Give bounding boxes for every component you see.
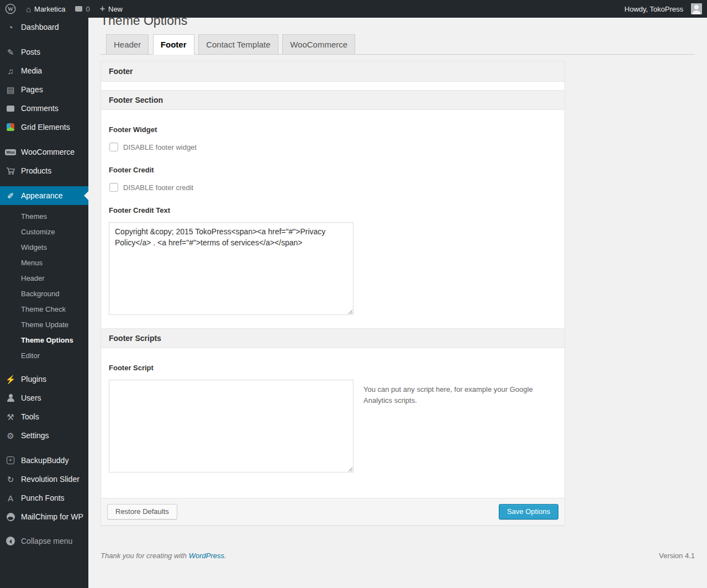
grid-elements-icon <box>4 122 17 133</box>
submenu-item-theme-check[interactable]: Theme Check <box>0 301 88 317</box>
submenu-item-widgets[interactable]: Widgets <box>0 239 88 255</box>
avatar <box>691 3 702 14</box>
dashboard-icon: ◔ <box>4 22 17 33</box>
footer-credit-text-textarea[interactable]: Copyright &copy; 2015 TokoPress<span><a … <box>109 222 354 315</box>
submenu-item-menus[interactable]: Menus <box>0 255 88 270</box>
sidebar-item-plugins[interactable]: ⚡ Plugins <box>0 370 88 389</box>
settings-sliders-icon: ⚙ <box>4 430 17 441</box>
mailchimp-monkey-icon <box>4 511 17 522</box>
sidebar-item-products[interactable]: Products <box>0 161 88 180</box>
sidebar-item-dashboard[interactable]: ◔ Dashboard <box>0 18 88 36</box>
footer-thanks: Thank you for creating with WordPress. <box>101 552 226 560</box>
sidebar-item-label: Settings <box>21 431 49 440</box>
admin-bar: W ⌂ Marketica 0 + New Howdy, TokoPress <box>0 0 707 18</box>
sidebar-item-label: Punch Fonts <box>21 494 65 502</box>
thanks-suffix: . <box>224 552 226 560</box>
sidebar-item-grid-elements[interactable]: Grid Elements <box>0 118 88 136</box>
disable-footer-credit-checkbox[interactable] <box>109 183 118 192</box>
sidebar-item-punch-fonts[interactable]: A Punch Fonts <box>0 489 88 507</box>
wordpress-link[interactable]: WordPress <box>189 552 224 560</box>
save-options-button[interactable]: Save Options <box>499 504 558 519</box>
collapse-menu-button[interactable]: Collapse menu <box>0 532 88 550</box>
pages-icon: ▤ <box>4 84 17 95</box>
footer-section-header: Footer Section <box>101 90 564 110</box>
sidebar-item-comments[interactable]: Comments <box>0 99 88 118</box>
panel-gap <box>101 82 564 90</box>
sidebar-item-media[interactable]: ♫ Media <box>0 61 88 80</box>
tab-footer[interactable]: Footer <box>153 34 194 55</box>
footer-credit-checkbox-row: DISABLE footer credit <box>109 183 557 192</box>
version-text: Version 4.1 <box>659 552 695 560</box>
comments-icon <box>4 103 17 114</box>
disable-footer-widget-label: DISABLE footer widget <box>123 143 197 151</box>
sidebar-item-users[interactable]: Users <box>0 389 88 407</box>
sidebar-item-pages[interactable]: ▤ Pages <box>0 80 88 99</box>
disable-footer-credit-label: DISABLE footer credit <box>123 183 193 192</box>
panel-action-bar: Restore Defaults Save Options <box>101 498 564 525</box>
sidebar-item-tools[interactable]: ⚒ Tools <box>0 407 88 426</box>
sidebar-item-label: Media <box>21 66 42 75</box>
sidebar-item-label: Users <box>21 393 41 402</box>
sidebar-item-settings[interactable]: ⚙ Settings <box>0 426 88 445</box>
woocommerce-icon: Woo <box>4 146 17 158</box>
submenu-item-themes[interactable]: Themes <box>0 208 88 224</box>
sidebar-item-label: WooCommerce <box>21 148 75 156</box>
home-icon: ⌂ <box>26 5 31 13</box>
restore-defaults-button[interactable]: Restore Defaults <box>107 504 177 519</box>
my-account-menu[interactable]: Howdy, TokoPress <box>620 0 707 18</box>
footer-section-fields: Footer Widget DISABLE footer widget Foot… <box>101 110 564 328</box>
admin-footer: Thank you for creating with WordPress. V… <box>101 552 695 560</box>
pushpin-icon: ✎ <box>4 46 17 57</box>
tab-contact-template[interactable]: Contact Template <box>198 34 278 55</box>
submenu-item-background[interactable]: Background <box>0 286 88 301</box>
sidebar-item-label: Plugins <box>21 375 46 384</box>
submenu-item-header[interactable]: Header <box>0 270 88 286</box>
sidebar-item-revolution-slider[interactable]: ↻ Revolution Slider <box>0 470 88 489</box>
footer-scripts-fields: Footer Script You can put any script her… <box>101 348 564 498</box>
comments-count: 0 <box>86 5 89 13</box>
comments-adminbar-link[interactable]: 0 <box>70 0 94 18</box>
sidebar-item-label: Pages <box>21 85 43 94</box>
new-content-menu[interactable]: + New <box>95 0 128 18</box>
new-label: New <box>108 5 123 13</box>
sidebar-item-label: Comments <box>21 104 59 113</box>
refresh-arrows-icon: ↻ <box>4 474 17 485</box>
sidebar-item-appearance[interactable]: ✐ Appearance <box>0 186 88 205</box>
collapse-arrow-icon <box>4 536 17 547</box>
sidebar-item-woocommerce[interactable]: Woo WooCommerce <box>0 143 88 161</box>
media-icon: ♫ <box>4 65 17 76</box>
admin-sidebar: ◔ Dashboard ✎ Posts ♫ Media ▤ Pages Comm… <box>0 18 88 588</box>
submenu-item-theme-update[interactable]: Theme Update <box>0 317 88 332</box>
sidebar-item-label: BackupBuddy <box>21 456 68 465</box>
comment-bubble-icon <box>75 6 82 12</box>
footer-credit-label: Footer Credit <box>109 166 557 174</box>
main-content: Theme Options Header Footer Contact Temp… <box>88 0 707 560</box>
disable-footer-widget-checkbox[interactable] <box>109 143 118 151</box>
site-name: Marketica <box>34 5 65 13</box>
site-name-link[interactable]: ⌂ Marketica <box>21 0 70 18</box>
sidebar-item-label: Appearance <box>21 191 63 200</box>
tab-bar: Header Footer Contact Template WooCommer… <box>101 34 695 55</box>
sidebar-item-backupbuddy[interactable]: + BackupBuddy <box>0 451 88 470</box>
appearance-submenu: Themes Customize Widgets Menus Header Ba… <box>0 205 88 370</box>
footer-widget-label: Footer Widget <box>109 125 557 134</box>
submenu-item-theme-options[interactable]: Theme Options <box>0 332 88 348</box>
footer-scripts-header: Footer Scripts <box>101 328 564 348</box>
thanks-prefix: Thank you for creating with <box>101 552 189 560</box>
tab-woocommerce[interactable]: WooCommerce <box>282 34 355 55</box>
footer-script-textarea[interactable] <box>109 380 354 473</box>
sidebar-item-mailchimp[interactable]: MailChimp for WP <box>0 507 88 526</box>
wordpress-logo-menu[interactable]: W <box>0 0 21 18</box>
wrench-icon: ⚒ <box>4 411 17 422</box>
submenu-item-editor[interactable]: Editor <box>0 348 88 363</box>
letter-a-icon: A <box>4 492 17 503</box>
paintbrush-icon: ✐ <box>4 190 17 201</box>
footer-credit-text-label: Footer Credit Text <box>109 206 557 214</box>
tab-header[interactable]: Header <box>106 34 149 55</box>
sidebar-item-posts[interactable]: ✎ Posts <box>0 43 88 61</box>
howdy-text: Howdy, TokoPress <box>625 5 683 13</box>
submenu-item-customize[interactable]: Customize <box>0 224 88 239</box>
wordpress-logo-icon: W <box>5 3 16 14</box>
sidebar-item-label: Dashboard <box>21 23 59 32</box>
footer-widget-checkbox-row: DISABLE footer widget <box>109 143 557 151</box>
